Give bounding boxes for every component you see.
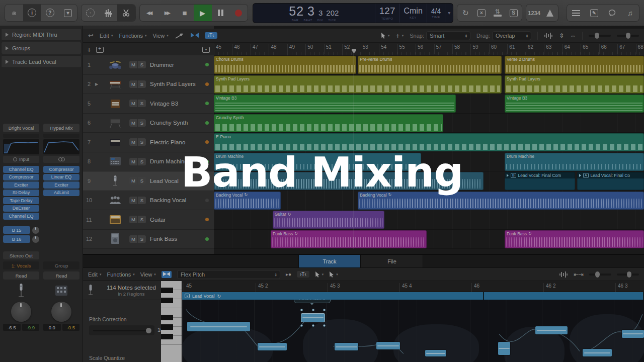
flex-mode-icon[interactable]	[162, 271, 172, 278]
region-synth-pad-layers[interactable]: Synth Pad Layers	[214, 75, 502, 94]
mute-button[interactable]: M	[129, 138, 137, 146]
track-row-crunchy-synth[interactable]: 6MSCrunchy Synth	[83, 114, 214, 133]
piano-black-key[interactable]	[161, 324, 173, 330]
edit-menu[interactable]: Edit▾	[100, 33, 113, 39]
region-crunchy-synth[interactable]: Crunchy Synth	[214, 114, 443, 132]
region-drum-machine[interactable]: Drum Machine	[214, 153, 421, 171]
flex-note[interactable]	[535, 326, 568, 334]
replace-button[interactable]: ⇅	[490, 5, 506, 21]
editor-functions-menu[interactable]: Functions▾	[107, 272, 134, 278]
waveform-zoom-icon[interactable]	[544, 32, 553, 39]
flex-note-selected[interactable]	[301, 314, 325, 322]
track-row-funk-bass[interactable]: 12MSFunk Bass	[83, 230, 214, 249]
solo-button[interactable]: S	[138, 197, 146, 204]
take-region-header[interactable]: ALead Vocal: Final Co	[577, 172, 644, 178]
mute-button[interactable]: M	[129, 177, 137, 185]
duplicate-track-button[interactable]	[96, 47, 104, 53]
region-lead-vocal-final-co[interactable]: ALead Vocal: Final Co	[577, 172, 644, 190]
editor-flex-button[interactable]: ›T‹	[297, 271, 309, 278]
tab-file[interactable]: File	[361, 255, 423, 267]
input-slot[interactable]: Input	[3, 156, 39, 163]
catch-button[interactable]: ▸●	[286, 272, 291, 277]
editor-edit-menu[interactable]: Edit▾	[88, 272, 101, 278]
flex-note-handle[interactable]	[312, 309, 314, 311]
plugin-slot[interactable]: Compressor	[43, 166, 79, 173]
track-row-electric-piano[interactable]: 7MSElectric Piano	[83, 133, 214, 152]
region-verse-2-drums[interactable]: Verse 2 Drums	[505, 56, 644, 74]
piano-black-key[interactable]	[161, 288, 173, 293]
editor-ruler[interactable]: 4545 245 345 44646 246 3	[182, 281, 644, 292]
mute-button[interactable]: M	[129, 235, 137, 243]
flex-note-handle[interactable]	[323, 324, 326, 327]
plugin-slot[interactable]: Exciter	[3, 182, 39, 189]
flex-note[interactable]	[425, 350, 446, 356]
group-slot[interactable]: 1: Vocals	[3, 261, 39, 269]
editor-region-header[interactable]	[484, 292, 644, 300]
region-backing-vocal[interactable]: Backing Vocal ↻	[358, 192, 644, 210]
output-slot[interactable]: Stereo Out	[3, 251, 39, 259]
forward-button[interactable]: ▶▶	[158, 5, 176, 21]
inspector-button[interactable]: i	[23, 5, 41, 21]
editors-button[interactable]	[117, 5, 135, 21]
solo-button[interactable]: S	[138, 138, 146, 146]
plugin-slot[interactable]: Channel EQ	[3, 213, 39, 220]
take-disclosure-icon[interactable]	[507, 174, 509, 177]
region-vintage-b3[interactable]: Vintage B3	[214, 95, 456, 113]
send-button[interactable]: B 16	[3, 235, 30, 243]
region-backing-vocal[interactable]: Backing Vocal ↻	[214, 192, 281, 210]
group-slot[interactable]: Group	[43, 261, 79, 269]
editor-pointer-tool-menu[interactable]: ▾	[315, 271, 324, 278]
take-disclosure-icon[interactable]	[579, 174, 581, 177]
region-e-piano[interactable]: E-Piano	[214, 133, 644, 151]
functions-menu[interactable]: Functions▾	[119, 33, 146, 39]
play-button[interactable]: ▶	[194, 5, 212, 21]
view-menu[interactable]: View▾	[153, 33, 169, 39]
flex-note-handle[interactable]	[323, 309, 326, 311]
piano-black-key[interactable]	[161, 315, 173, 320]
pan-knob[interactable]	[11, 302, 31, 322]
snap-menu[interactable]: Snap: Smart▴▾	[410, 31, 470, 40]
volume-value[interactable]: 0.0	[43, 324, 61, 331]
media-browser-button[interactable]: ♫	[621, 5, 639, 21]
solo-button[interactable]: S	[138, 119, 146, 127]
region-guitar[interactable]: Guitar ↻	[273, 211, 384, 229]
metronome-button[interactable]	[542, 5, 558, 21]
note-pads-button[interactable]: ✎	[585, 5, 603, 21]
record-button[interactable]	[229, 5, 248, 21]
editor-horizontal-zoom-slider[interactable]	[617, 274, 639, 276]
track-name[interactable]: Lead Vocal	[150, 178, 205, 184]
vertical-auto-zoom-icon[interactable]: ⇕	[559, 32, 564, 39]
plugin-slot[interactable]: Tape Delay	[3, 197, 39, 204]
region-inspector-header[interactable]: Region: MIDI Thru	[1, 28, 82, 41]
solo-button[interactable]: S	[138, 61, 146, 68]
automation-mode-button[interactable]: Read	[43, 272, 79, 280]
vertical-zoom-slider[interactable]	[589, 35, 611, 37]
mute-button[interactable]: M	[129, 119, 137, 127]
region-pre-verse-drums[interactable]: Pre-verse Drums	[358, 56, 502, 74]
autopunch-button[interactable]: ×	[473, 5, 490, 21]
catch-playhead-icon[interactable]: ↩	[88, 32, 94, 39]
pause-button[interactable]	[212, 5, 230, 21]
horizontal-zoom-slider[interactable]	[617, 35, 639, 37]
track-disclosure-icon[interactable]: ▶	[95, 82, 101, 86]
editor-vertical-zoom-slider[interactable]	[589, 274, 611, 276]
plugin-slot[interactable]: AdLimit	[43, 190, 79, 197]
flex-note[interactable]	[622, 330, 644, 338]
fit-horizontal-icon[interactable]: ⇤⇥	[574, 271, 584, 278]
mute-button[interactable]: M	[129, 158, 137, 165]
pointer-tool-menu[interactable]: ▾	[381, 32, 390, 39]
eq-thumbnail[interactable]	[3, 139, 39, 154]
pitch-correction-slider[interactable]	[89, 325, 154, 335]
lcd-chevron-icon[interactable]: ▾	[445, 4, 453, 23]
region-lead-vocal-final-com[interactable]: BLead Vocal: Final Com	[505, 172, 575, 190]
track-name[interactable]: Electric Piano	[150, 139, 205, 145]
groups-inspector-header[interactable]: Groups	[1, 42, 82, 54]
add-track-button[interactable]: +	[87, 46, 91, 54]
solo-button[interactable]: S	[138, 216, 146, 223]
cycle-button[interactable]: ↻	[457, 5, 473, 21]
mute-button[interactable]: M	[129, 61, 137, 68]
region-vintage-b3[interactable]: Vintage B3	[505, 95, 644, 113]
flex-mode-select[interactable]: Flex Pitch▴▾	[177, 270, 280, 279]
track-inspector-header[interactable]: Track: Lead Vocal	[1, 55, 82, 68]
flex-note[interactable]	[258, 343, 287, 350]
